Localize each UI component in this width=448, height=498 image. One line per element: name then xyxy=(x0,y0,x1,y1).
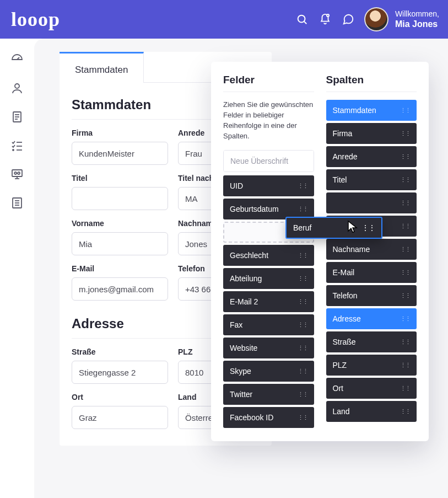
grip-icon xyxy=(298,414,307,421)
felder-item-label: E-Mail 2 xyxy=(230,297,258,306)
user-menu[interactable]: Willkommen, Mia Jones xyxy=(364,7,439,31)
grip-icon xyxy=(298,252,307,259)
bell-icon[interactable] xyxy=(314,8,337,31)
svg-rect-11 xyxy=(12,170,22,176)
spalten-item-label: Nachname xyxy=(333,245,370,254)
spalten-item[interactable]: PLZ xyxy=(326,355,417,376)
input-strasse[interactable] xyxy=(72,361,168,384)
grip-icon xyxy=(400,153,410,160)
input-titel[interactable] xyxy=(72,187,168,210)
notification-dot xyxy=(326,14,330,17)
spalten-item-label: Telefon xyxy=(333,291,358,300)
input-ort[interactable] xyxy=(72,406,168,429)
grip-icon xyxy=(361,223,375,232)
grip-icon xyxy=(298,298,307,306)
grip-icon xyxy=(400,385,410,392)
spalten-item[interactable]: Anrede xyxy=(326,146,417,167)
grip-icon xyxy=(400,200,410,207)
grip-icon xyxy=(298,368,307,375)
felder-item[interactable]: Website xyxy=(223,338,314,358)
dashboard-icon[interactable] xyxy=(10,53,24,66)
label-firma: Firma xyxy=(72,128,168,137)
input-new-heading[interactable] xyxy=(224,151,314,172)
chat-icon[interactable] xyxy=(337,8,360,31)
grip-icon xyxy=(400,339,410,346)
felder-item[interactable]: Abteilung xyxy=(223,268,314,289)
panel-title-spalten: Spalten xyxy=(326,74,417,92)
felder-item-label: Facebook ID xyxy=(230,413,273,422)
spalten-item[interactable]: Land xyxy=(326,401,417,422)
grip-icon xyxy=(298,206,307,213)
user-name: Mia Jones xyxy=(395,19,439,29)
panel-description: Ziehen Sie die gewünschten Felder in bel… xyxy=(223,100,314,141)
spalten-list: StammdatenFirmaAnredeTitelVornameNachnam… xyxy=(326,100,417,422)
spalten-item-label: Stammdaten xyxy=(333,106,376,115)
logo: looop xyxy=(11,8,60,31)
welcome-label: Willkommen, xyxy=(395,9,439,19)
felder-item-label: Geschlecht xyxy=(230,251,268,260)
grip-icon xyxy=(400,107,410,114)
felder-item[interactable]: Twitter xyxy=(223,384,314,405)
input-vorname[interactable] xyxy=(72,232,168,255)
spalten-item-label: Straße xyxy=(333,338,356,346)
input-email[interactable] xyxy=(72,277,168,301)
label-email: E-Mail xyxy=(72,264,168,273)
presentation-icon[interactable] xyxy=(10,168,24,181)
spalten-item[interactable]: Ort xyxy=(326,378,417,399)
dragging-pill[interactable]: Beruf xyxy=(285,217,382,239)
spalten-item[interactable]: Stammdaten xyxy=(326,100,417,121)
felder-item-label: Fax xyxy=(230,320,242,329)
avatar xyxy=(364,7,388,31)
document-icon[interactable] xyxy=(10,110,24,124)
grip-icon xyxy=(400,292,410,299)
spalten-item-label: PLZ xyxy=(333,361,347,370)
spalten-item[interactable]: Titel xyxy=(326,169,417,190)
svg-point-12 xyxy=(14,172,17,174)
spalten-item[interactable]: E-Mail xyxy=(326,262,417,283)
input-firma[interactable] xyxy=(72,142,168,165)
checklist-icon[interactable] xyxy=(10,139,24,152)
spalten-item-label: Land xyxy=(333,407,350,416)
svg-point-9 xyxy=(13,149,14,151)
top-bar: looop Willkommen, Mia Jones xyxy=(0,0,448,39)
felder-item-label: Website xyxy=(230,344,257,352)
spalten-item-label: E-Mail xyxy=(333,268,355,277)
felder-item-label: Geburtsdatum xyxy=(230,205,279,213)
search-icon[interactable] xyxy=(290,8,314,31)
felder-item[interactable]: Skype xyxy=(223,361,314,382)
svg-line-1 xyxy=(304,22,306,24)
spalten-item[interactable]: Straße xyxy=(326,331,417,352)
felder-item[interactable]: Facebook ID xyxy=(223,407,314,428)
grip-icon xyxy=(400,223,410,230)
svg-point-13 xyxy=(18,172,20,174)
felder-item[interactable]: UID xyxy=(223,175,314,196)
person-icon[interactable] xyxy=(10,82,24,95)
spalten-item[interactable]: Telefon xyxy=(326,285,417,306)
spalten-item[interactable]: Nachname xyxy=(326,239,417,260)
list-icon[interactable] xyxy=(10,196,24,210)
spalten-item[interactable] xyxy=(326,192,417,213)
panel-col-felder: Felder Ziehen Sie die gewünschten Felder… xyxy=(223,74,314,428)
grip-icon xyxy=(400,246,410,253)
grip-icon xyxy=(298,275,307,282)
add-heading-row xyxy=(223,150,314,172)
spalten-item[interactable]: Firma xyxy=(326,123,417,144)
field-config-panel: Felder Ziehen Sie die gewünschten Felder… xyxy=(211,62,429,441)
grip-icon xyxy=(400,315,410,323)
label-vorname: Vorname xyxy=(72,219,168,228)
grip-icon xyxy=(400,176,410,184)
spalten-item-label: Anrede xyxy=(333,152,358,161)
grip-icon xyxy=(298,183,307,190)
grip-icon xyxy=(298,345,307,352)
felder-item[interactable]: E-Mail 2 xyxy=(223,291,314,312)
left-nav xyxy=(0,39,34,498)
grip-icon xyxy=(400,408,410,415)
tab-stammdaten[interactable]: Stammdaten xyxy=(60,52,144,83)
felder-item[interactable]: Geschlecht xyxy=(223,245,314,266)
felder-item-label: Abteilung xyxy=(230,274,262,283)
grip-icon xyxy=(298,322,307,329)
dragging-pill-label: Beruf xyxy=(293,223,311,232)
cursor-icon xyxy=(347,220,358,235)
spalten-item[interactable]: Adresse xyxy=(326,308,417,329)
felder-item[interactable]: Fax xyxy=(223,314,314,335)
